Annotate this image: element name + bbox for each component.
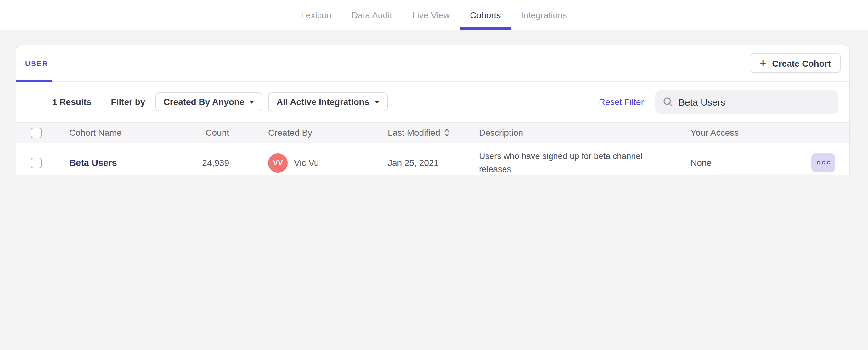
header-description: Description [479,123,648,143]
dot-icon [817,161,820,164]
search-box[interactable] [655,90,838,113]
panel-tab-bar: USER + Create Cohort [17,45,849,82]
nav-item-cohorts[interactable]: Cohorts [460,0,511,30]
integrations-dropdown-label: All Active Integrations [277,97,370,107]
nav-item-integrations[interactable]: Integrations [511,0,577,30]
created-by-dropdown[interactable]: Created By Anyone [155,92,262,111]
filter-by-label: Filter by [111,97,146,107]
nav-item-live-view[interactable]: Live View [402,0,460,30]
avatar: VV [268,153,288,173]
select-all-checkbox[interactable] [31,127,41,138]
caret-down-icon [374,100,379,103]
description-cell: Users who have signed up for beta channe… [479,143,648,175]
integrations-dropdown[interactable]: All Active Integrations [269,92,388,111]
header-cohort-name: Cohort Name [69,123,122,143]
top-nav: Lexicon Data Audit Live View Cohorts Int… [0,0,868,30]
cohort-name-cell: Beta Users [69,143,117,175]
header-last-modified[interactable]: Last Modified [388,123,451,143]
sort-icon[interactable] [444,128,451,137]
count-cell: 24,939 [166,143,229,175]
reset-filter-link[interactable]: Reset Filter [599,97,644,107]
header-created-by: Created By [268,123,312,143]
cohorts-page: Lexicon Data Audit Live View Cohorts Int… [0,0,868,175]
plus-icon: + [760,57,766,69]
search-input[interactable] [679,97,831,107]
table-header: Cohort Name Count Created By Last Modifi… [17,122,849,143]
last-modified-label: Last Modified [388,128,440,138]
created-by-dropdown-label: Created By Anyone [163,97,244,107]
caret-down-icon [250,100,255,103]
create-cohort-label: Create Cohort [772,58,831,68]
table-row: Beta Users 24,939 VV Vic Vu Jan 25, 2021… [17,143,849,175]
row-checkbox-cell [31,143,41,175]
description-text: Users who have signed up for beta channe… [479,149,648,175]
header-your-access: Your Access [690,123,739,143]
header-checkbox-cell [31,123,41,143]
create-cohort-button[interactable]: + Create Cohort [749,54,841,73]
vertical-divider [101,95,102,109]
row-checkbox[interactable] [31,158,41,168]
row-actions-button[interactable] [811,153,835,173]
cohort-name-link[interactable]: Beta Users [69,158,117,168]
creator-name: Vic Vu [294,158,319,168]
results-count: 1 Results [52,97,92,107]
tab-user[interactable]: USER [25,59,49,67]
access-cell: None [690,143,712,175]
nav-item-data-audit[interactable]: Data Audit [341,0,402,30]
filter-bar: 1 Results Filter by Created By Anyone Al… [17,82,849,122]
last-modified-cell: Jan 25, 2021 [388,143,439,175]
dot-icon [827,161,830,164]
header-count: Count [166,123,229,143]
dot-icon [822,161,825,164]
cohorts-panel: USER + Create Cohort 1 Results Filter by… [16,45,850,175]
nav-item-lexicon[interactable]: Lexicon [291,0,341,30]
created-by-cell: VV Vic Vu [268,143,319,175]
tab-active-underline [17,80,52,82]
search-icon [663,97,673,107]
